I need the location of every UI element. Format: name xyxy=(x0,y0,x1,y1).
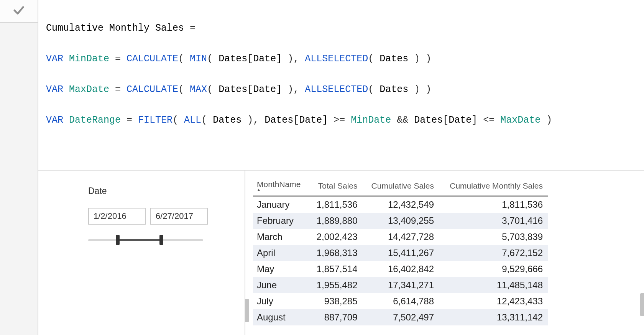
formula-editor[interactable]: Cumulative Monthly Sales = VAR MinDate =… xyxy=(38,0,644,171)
table-row[interactable]: June1,955,48217,341,27111,485,148 xyxy=(253,277,548,293)
cell-total: 1,857,514 xyxy=(309,261,363,277)
left-gutter xyxy=(0,23,38,335)
slider-handle-end[interactable] xyxy=(159,235,163,245)
cell-cum_monthly: 5,703,839 xyxy=(439,229,548,245)
date-to-input[interactable]: 6/27/2017 xyxy=(150,208,208,225)
cell-cumulative: 7,502,497 xyxy=(363,309,439,325)
cell-total: 1,968,313 xyxy=(309,245,363,261)
cell-month: May xyxy=(253,261,309,277)
cell-month: August xyxy=(253,309,309,325)
cell-month: February xyxy=(253,213,309,229)
cell-cumulative: 13,409,255 xyxy=(363,213,439,229)
cell-total: 938,285 xyxy=(309,293,363,309)
results-table-visual[interactable]: MonthName ▲ Total Sales Cumulative Sales… xyxy=(245,171,644,335)
cell-cumulative: 17,341,271 xyxy=(363,277,439,293)
cell-cum_monthly: 12,423,433 xyxy=(439,293,548,309)
cell-cumulative: 6,614,788 xyxy=(363,293,439,309)
cell-month: June xyxy=(253,277,309,293)
results-table: MonthName ▲ Total Sales Cumulative Sales… xyxy=(253,177,548,325)
cell-cum_monthly: 3,701,416 xyxy=(439,213,548,229)
cell-month: January xyxy=(253,196,309,213)
table-row[interactable]: August887,7097,502,49713,311,142 xyxy=(253,309,548,325)
table-row[interactable]: March2,002,42314,427,7285,703,839 xyxy=(253,229,548,245)
slider-fill xyxy=(117,239,161,241)
cell-month: April xyxy=(253,245,309,261)
cell-cumulative: 12,432,549 xyxy=(363,196,439,213)
table-row[interactable]: July938,2856,614,78812,423,433 xyxy=(253,293,548,309)
date-from-input[interactable]: 1/2/2016 xyxy=(88,208,146,225)
check-icon xyxy=(12,4,25,18)
cell-total: 1,811,536 xyxy=(309,196,363,213)
cell-total: 2,002,423 xyxy=(309,229,363,245)
table-row[interactable]: February1,889,88013,409,2553,701,416 xyxy=(253,213,548,229)
cell-cum_monthly: 7,672,152 xyxy=(439,245,548,261)
table-row[interactable]: April1,968,31315,411,2677,672,152 xyxy=(253,245,548,261)
table-row[interactable]: January1,811,53612,432,5491,811,536 xyxy=(253,196,548,213)
slicer-title: Date xyxy=(88,186,245,196)
slider-handle-start[interactable] xyxy=(116,235,120,245)
table-row[interactable]: May1,857,51416,402,8429,529,666 xyxy=(253,261,548,277)
cell-cumulative: 15,411,267 xyxy=(363,245,439,261)
cell-month: March xyxy=(253,229,309,245)
scrollbar-thumb[interactable] xyxy=(245,299,249,322)
col-header-total-sales[interactable]: Total Sales xyxy=(309,177,363,196)
cell-cum_monthly: 9,529,666 xyxy=(439,261,548,277)
commit-button[interactable] xyxy=(0,0,38,23)
cell-month: July xyxy=(253,293,309,309)
cell-cum_monthly: 1,811,536 xyxy=(439,196,548,213)
col-header-cum-monthly-sales[interactable]: Cumulative Monthly Sales xyxy=(439,177,548,196)
date-slicer[interactable]: Date 1/2/2016 6/27/2017 xyxy=(38,171,245,335)
col-header-cumulative-sales[interactable]: Cumulative Sales xyxy=(363,177,439,196)
scrollbar-thumb[interactable] xyxy=(640,293,644,316)
date-range-slider[interactable] xyxy=(88,235,203,246)
cell-total: 1,889,880 xyxy=(309,213,363,229)
col-header-month[interactable]: MonthName ▲ xyxy=(253,177,309,196)
cell-cum_monthly: 11,485,148 xyxy=(439,277,548,293)
cell-cum_monthly: 13,311,142 xyxy=(439,309,548,325)
cell-total: 887,709 xyxy=(309,309,363,325)
cell-total: 1,955,482 xyxy=(309,277,363,293)
cell-cumulative: 14,427,728 xyxy=(363,229,439,245)
measure-name: Cumulative Monthly Sales xyxy=(46,23,184,34)
cell-cumulative: 16,402,842 xyxy=(363,261,439,277)
